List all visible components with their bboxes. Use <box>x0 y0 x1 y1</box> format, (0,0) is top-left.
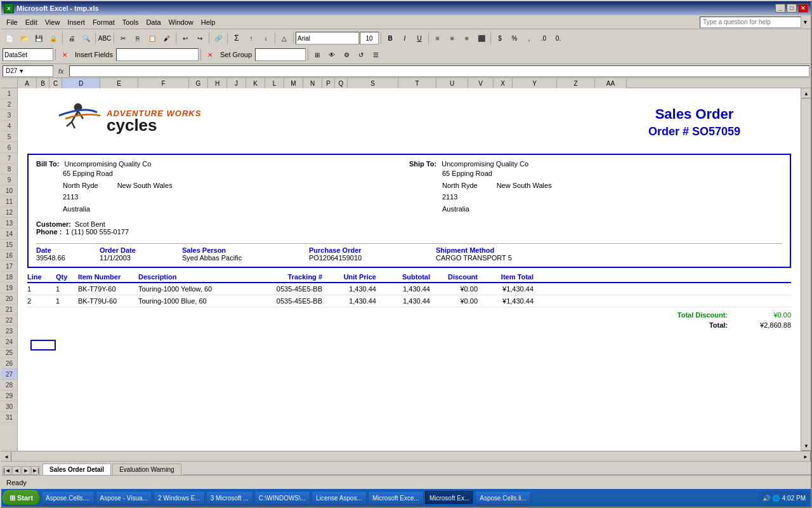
col-header-e[interactable]: E <box>100 78 138 88</box>
row-26[interactable]: 26 <box>1 358 17 369</box>
col-header-j[interactable]: J <box>227 78 246 88</box>
refresh-button[interactable]: ↺ <box>354 48 368 62</box>
row-31[interactable]: 31 <box>1 412 17 423</box>
export-button[interactable]: ⊞ <box>310 48 324 62</box>
menu-window[interactable]: Window <box>165 17 197 27</box>
col-header-s[interactable]: S <box>348 78 398 88</box>
row-22[interactable]: 22 <box>1 315 17 326</box>
scroll-track[interactable] <box>801 98 811 441</box>
col-header-l[interactable]: L <box>265 78 284 88</box>
row-13[interactable]: 13 <box>1 218 17 229</box>
menu-data[interactable]: Data <box>142 17 164 27</box>
open-button[interactable]: 📂 <box>17 31 31 45</box>
dataset-input[interactable] <box>3 48 53 61</box>
row-19[interactable]: 19 <box>1 283 17 293</box>
settings-button[interactable]: ⚙ <box>339 48 353 62</box>
col-header-b[interactable]: B <box>37 78 49 88</box>
col-header-z[interactable]: Z <box>557 78 595 88</box>
scroll-up-button[interactable]: ▲ <box>801 88 811 98</box>
col-header-t[interactable]: T <box>398 78 436 88</box>
autosum-button[interactable]: Σ <box>230 31 244 45</box>
delete-field2-button[interactable]: ✕ <box>203 48 217 62</box>
undo-button[interactable]: ↩ <box>178 31 192 45</box>
menu-format[interactable]: Format <box>89 17 119 27</box>
row-4[interactable]: 4 <box>1 121 17 131</box>
h-scroll-track[interactable] <box>11 451 801 461</box>
row-23[interactable]: 23 <box>1 326 17 337</box>
menu-view[interactable]: View <box>41 17 64 27</box>
new-button[interactable]: 📄 <box>3 31 16 45</box>
col-header-k[interactable]: K <box>246 78 265 88</box>
col-header-p[interactable]: P <box>322 78 335 88</box>
taskbar-item-4[interactable]: C:\WINDOWS\... <box>254 491 310 505</box>
restore-button[interactable]: □ <box>787 4 797 13</box>
increase-decimal-button[interactable]: .0 <box>537 31 551 45</box>
italic-button[interactable]: I <box>398 31 412 45</box>
row-5[interactable]: 5 <box>1 131 17 142</box>
col-header-aa[interactable]: AA <box>595 78 627 88</box>
font-size-input[interactable] <box>360 32 379 44</box>
col-header-n[interactable]: N <box>303 78 322 88</box>
tab-next-button[interactable]: ► <box>22 466 30 475</box>
cell-ref-dropdown[interactable]: ▼ <box>18 68 24 74</box>
col-header-u[interactable]: U <box>436 78 468 88</box>
col-header-c[interactable]: C <box>49 78 62 88</box>
preview-button[interactable]: 👁 <box>325 48 339 62</box>
taskbar-item-3[interactable]: 3 Microsoft ... <box>206 491 253 505</box>
row-12[interactable]: 12 <box>1 207 17 218</box>
row-16[interactable]: 16 <box>1 250 17 261</box>
menu-file[interactable]: File <box>3 17 22 27</box>
start-button[interactable]: ⊞ Start <box>3 490 40 505</box>
help-dropdown[interactable]: ▼ <box>801 19 809 25</box>
tab-evaluation-warning[interactable]: Evaluation Warning <box>112 464 181 475</box>
col-header-h[interactable]: H <box>208 78 227 88</box>
hyperlink-button[interactable]: 🔗 <box>211 31 225 45</box>
cut-button[interactable]: ✂ <box>116 31 130 45</box>
row-9[interactable]: 9 <box>1 175 17 185</box>
row-2[interactable]: 2 <box>1 99 17 110</box>
tab-first-button[interactable]: |◄ <box>3 466 11 475</box>
currency-button[interactable]: $ <box>493 31 507 45</box>
row-6[interactable]: 6 <box>1 142 17 153</box>
row-1[interactable]: 1 <box>1 88 17 99</box>
minimize-button[interactable]: _ <box>775 4 785 13</box>
taskbar-item-0[interactable]: Aspose.Cells.... <box>41 491 94 505</box>
col-header-v[interactable]: V <box>468 78 494 88</box>
merge-button[interactable]: ⬛ <box>475 31 488 45</box>
row-11[interactable]: 11 <box>1 196 17 207</box>
row-14[interactable]: 14 <box>1 229 17 239</box>
font-name-input[interactable] <box>296 32 359 44</box>
col-header-x[interactable]: X <box>494 78 513 88</box>
row-7[interactable]: 7 <box>1 153 17 164</box>
row-20[interactable]: 20 <box>1 293 17 304</box>
save-button[interactable]: 💾 <box>32 31 46 45</box>
row-29[interactable]: 29 <box>1 391 17 401</box>
align-center-button[interactable]: ≡ <box>445 31 459 45</box>
permission-button[interactable]: 🔒 <box>46 31 60 45</box>
sort-asc-button[interactable]: ↑ <box>244 31 258 45</box>
h-scroll-right[interactable]: ► <box>801 451 811 461</box>
help-input[interactable] <box>700 17 801 28</box>
row-28[interactable]: 28 <box>1 380 17 391</box>
formula-input[interactable] <box>69 65 809 77</box>
col-header-a[interactable]: A <box>18 78 37 88</box>
tab-sales-order-detail[interactable]: Sales Order Detail <box>43 464 111 475</box>
insert-fields-input[interactable] <box>116 48 199 61</box>
row-27[interactable]: 27 <box>1 369 17 380</box>
taskbar-item-1[interactable]: Aspose - Visua... <box>96 491 152 505</box>
menu-edit[interactable]: Edit <box>22 17 41 27</box>
redo-button[interactable]: ↪ <box>193 31 207 45</box>
list-button[interactable]: ☰ <box>369 48 383 62</box>
spell-button[interactable]: ABC <box>98 31 112 45</box>
menu-help[interactable]: Help <box>197 17 219 27</box>
tab-prev-button[interactable]: ◄ <box>12 466 21 475</box>
row-24[interactable]: 24 <box>1 337 17 347</box>
print-button[interactable]: 🖨 <box>65 31 79 45</box>
paste-button[interactable]: 📋 <box>145 31 159 45</box>
delete-field-button[interactable]: ✕ <box>58 48 72 62</box>
menu-insert[interactable]: Insert <box>63 17 89 27</box>
col-header-f[interactable]: F <box>138 78 189 88</box>
col-header-y[interactable]: Y <box>513 78 557 88</box>
row-25[interactable]: 25 <box>1 347 17 358</box>
col-header-d[interactable]: D <box>62 78 100 88</box>
